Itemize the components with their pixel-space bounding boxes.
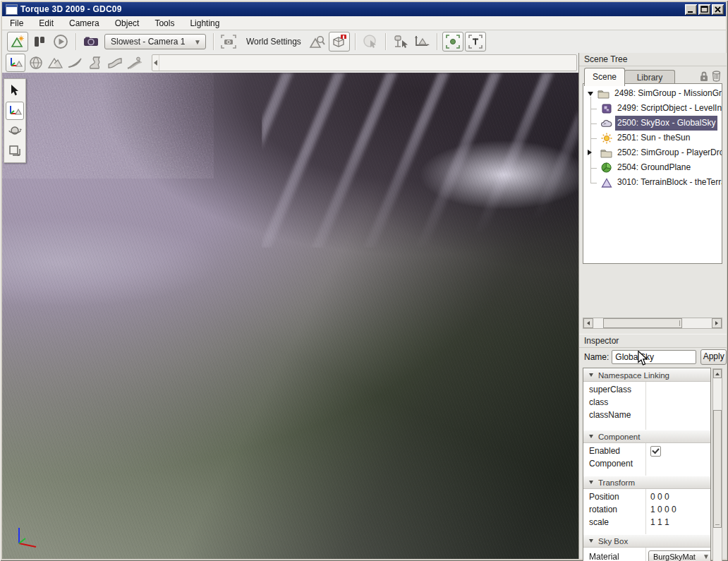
terrain-icon xyxy=(47,56,64,69)
scene-tree-panel-title: Scene Tree xyxy=(579,53,727,66)
inspector-vertical-scrollbar[interactable] xyxy=(712,368,722,561)
sun-icon xyxy=(600,133,612,144)
tree-item-terrainblock[interactable]: 3010: TerrainBlock - theTerrai xyxy=(583,175,722,190)
lock-icon[interactable] xyxy=(699,71,709,82)
property-row-scale[interactable]: scale 1 1 1 xyxy=(583,516,710,529)
property-row-class[interactable]: class xyxy=(583,396,710,409)
lamp-cursor-button[interactable] xyxy=(391,32,411,51)
title-bar[interactable]: Torque 3D 2009 - GDC09 xyxy=(2,2,726,16)
section-header-component[interactable]: Component xyxy=(583,430,710,443)
inspector-panel-title: Inspector xyxy=(579,334,727,348)
play-icon xyxy=(53,34,68,49)
tab-scene[interactable]: Scene xyxy=(584,68,625,86)
menu-camera[interactable]: Camera xyxy=(61,17,107,30)
enabled-checkbox[interactable] xyxy=(650,446,661,457)
tree-item-missiongroup[interactable]: 2498: SimGroup - MissionGroup xyxy=(583,86,722,101)
tree-guide-tick xyxy=(590,138,597,139)
window-icon xyxy=(6,4,18,15)
select-tool-button[interactable] xyxy=(6,82,23,99)
globe-button[interactable] xyxy=(27,54,45,71)
property-row-component[interactable]: Component xyxy=(583,457,710,470)
property-row-superclass[interactable]: superClass xyxy=(583,383,710,396)
maximize-button[interactable] xyxy=(698,4,710,15)
scale-tool-button[interactable] xyxy=(6,143,23,159)
scroll-left-button[interactable] xyxy=(583,318,593,328)
mountain-zoom-button[interactable] xyxy=(308,32,327,51)
trash-icon[interactable] xyxy=(712,71,721,82)
menu-edit[interactable]: Edit xyxy=(31,17,61,30)
chevron-down-icon: ▼ xyxy=(187,38,201,46)
3d-viewport[interactable] xyxy=(2,73,578,559)
property-label: Position xyxy=(589,490,619,503)
mountain-zoom-icon xyxy=(309,35,326,49)
select-arrow-icon xyxy=(10,84,20,97)
camera-speed-dropdown[interactable]: Slowest - Camera 1 ▼ xyxy=(104,34,206,49)
property-row-position[interactable]: Position 0 0 0 xyxy=(583,490,710,503)
property-label: scale xyxy=(589,516,609,529)
terrain-block-icon xyxy=(600,177,612,188)
layout-panels-button[interactable] xyxy=(30,32,49,51)
frame-camera-icon xyxy=(221,35,236,49)
main-toolbar: Slowest - Camera 1 ▼ World Settings xyxy=(2,30,726,54)
cube-magnet-icon xyxy=(332,35,347,49)
scrollbar-thumb[interactable] xyxy=(713,410,722,528)
property-value[interactable]: 0 0 0 xyxy=(650,490,669,503)
section-title: Sky Box xyxy=(598,537,628,545)
menu-object[interactable]: Object xyxy=(107,17,147,30)
road-button[interactable] xyxy=(106,54,124,71)
property-row-classname[interactable]: className xyxy=(583,409,710,421)
expander-right-icon[interactable] xyxy=(588,150,592,155)
frame-camera-button[interactable] xyxy=(219,32,238,51)
property-value[interactable]: 1 0 0 0 xyxy=(650,503,677,516)
world-editor-button[interactable] xyxy=(7,32,28,52)
tool-palette xyxy=(4,78,26,163)
move-tool-button[interactable] xyxy=(6,102,24,120)
arrow-up-icon xyxy=(715,373,720,375)
menu-tools[interactable]: Tools xyxy=(147,17,182,30)
section-header-sky-box[interactable]: Sky Box xyxy=(583,534,710,548)
tray-collapse-handle[interactable] xyxy=(152,55,159,71)
toolbar-separator xyxy=(355,33,356,50)
property-label: rotation xyxy=(589,503,617,516)
menu-file[interactable]: File xyxy=(2,17,31,30)
river-button[interactable] xyxy=(86,54,104,71)
tree-item-globalsky[interactable]: 2500: SkyBox - GlobalSky xyxy=(583,116,722,131)
property-value[interactable]: 1 1 1 xyxy=(650,516,669,529)
property-row-material[interactable]: Material BurgSkyMat ▼ xyxy=(583,549,710,561)
minimize-button[interactable] xyxy=(685,4,697,15)
axis-gizmo-icon xyxy=(12,525,40,549)
camera-button[interactable] xyxy=(81,32,101,51)
menu-lighting[interactable]: Lighting xyxy=(182,17,227,30)
section-header-transform[interactable]: Transform xyxy=(583,476,710,489)
terrain-button[interactable] xyxy=(47,54,65,71)
paint-pen-button[interactable] xyxy=(66,54,85,71)
tree-horizontal-scrollbar[interactable] xyxy=(583,318,722,329)
scrollbar-thumb[interactable] xyxy=(603,318,682,328)
name-input[interactable] xyxy=(612,350,696,364)
play-button[interactable] xyxy=(51,32,71,51)
collapse-arrow-icon xyxy=(589,481,593,484)
bounds-render-button[interactable] xyxy=(442,32,463,52)
move-axes-button[interactable] xyxy=(6,54,25,72)
decal-road-button[interactable] xyxy=(126,54,144,71)
close-button[interactable] xyxy=(712,4,724,15)
cube-magnet-button[interactable] xyxy=(329,32,350,52)
scroll-up-button[interactable] xyxy=(713,369,722,378)
section-header-namespace-linking[interactable]: Namespace Linking xyxy=(583,368,710,382)
tree-item-playerdrop[interactable]: 2502: SimGroup - PlayerDropP xyxy=(583,145,722,160)
axes-mountain-button[interactable] xyxy=(412,32,432,51)
scroll-right-button[interactable] xyxy=(712,318,722,328)
collapse-arrow-icon xyxy=(589,539,593,543)
apply-button[interactable]: Apply xyxy=(700,349,727,365)
expander-down-icon[interactable] xyxy=(588,92,593,96)
tree-item-levelinfo[interactable]: 2499: ScriptObject - LevelInfo xyxy=(583,101,722,116)
material-dropdown[interactable]: BurgSkyMat ▼ xyxy=(648,550,711,561)
property-row-enabled[interactable]: Enabled xyxy=(583,445,710,457)
tree-item-label: 2500: SkyBox - GlobalSky xyxy=(615,116,717,131)
circle-cursor-button[interactable] xyxy=(360,32,380,51)
property-row-rotation[interactable]: rotation 1 0 0 0 xyxy=(583,503,710,516)
text-render-button[interactable] xyxy=(465,32,486,52)
tree-item-thesun[interactable]: 2501: Sun - theSun xyxy=(583,131,722,145)
rotate-tool-button[interactable] xyxy=(6,123,23,140)
tree-item-groundplane[interactable]: 2504: GroundPlane xyxy=(583,160,722,175)
